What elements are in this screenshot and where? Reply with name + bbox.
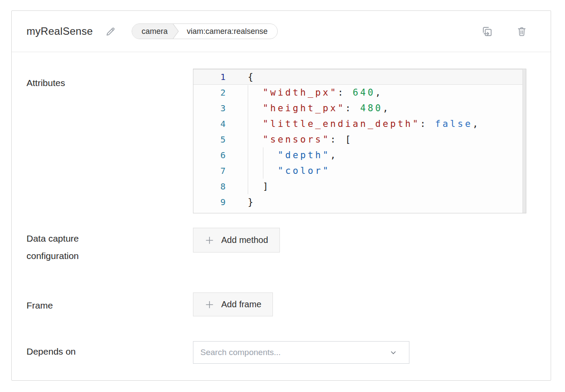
line-number: 3 bbox=[193, 100, 226, 116]
code-line[interactable]: 3 "height_px": 480, bbox=[193, 100, 526, 116]
code-text: ] bbox=[226, 179, 526, 194]
delete-button[interactable] bbox=[515, 25, 528, 38]
trash-icon bbox=[516, 26, 527, 37]
add-frame-label: Add frame bbox=[221, 299, 261, 309]
breadcrumb: camera viam:camera:realsense bbox=[132, 23, 278, 39]
line-number: 1 bbox=[193, 70, 226, 84]
line-number: 7 bbox=[193, 163, 226, 179]
code-text: "height_px": 480, bbox=[226, 100, 526, 116]
duplicate-icon bbox=[481, 26, 493, 37]
breadcrumb-model: viam:camera:realsense bbox=[179, 24, 277, 39]
rename-button[interactable] bbox=[104, 25, 117, 38]
editor-scrollbar[interactable] bbox=[522, 69, 526, 213]
line-number: 5 bbox=[193, 132, 226, 147]
plus-icon bbox=[205, 300, 214, 309]
code-line[interactable]: 1{ bbox=[193, 69, 526, 85]
attributes-code[interactable]: 1{2 "width_px": 640,3 "height_px": 480,4… bbox=[193, 69, 526, 210]
code-text: "sensors": [ bbox=[226, 132, 526, 147]
code-text: { bbox=[226, 70, 526, 84]
add-method-label: Add method bbox=[221, 235, 268, 245]
code-text: } bbox=[226, 194, 526, 210]
code-text: "width_px": 640, bbox=[226, 85, 526, 100]
code-text: "color" bbox=[226, 163, 526, 179]
code-line[interactable]: 6 "depth", bbox=[193, 147, 526, 163]
depends-on-label: Depends on bbox=[27, 343, 76, 360]
search-components-input[interactable] bbox=[200, 348, 389, 357]
depends-on-select[interactable] bbox=[193, 341, 409, 364]
component-header: myRealSense camera viam:camera:realsense bbox=[12, 11, 551, 52]
code-text: "little_endian_depth": false, bbox=[226, 116, 526, 132]
frame-label: Frame bbox=[27, 297, 53, 314]
line-number: 4 bbox=[193, 116, 226, 132]
edit-pencil-icon bbox=[105, 26, 116, 37]
code-line[interactable]: 5 "sensors": [ bbox=[193, 132, 526, 147]
component-name: myRealSense bbox=[27, 25, 93, 37]
add-frame-button[interactable]: Add frame bbox=[193, 292, 273, 316]
plus-icon bbox=[205, 236, 214, 245]
component-config-card: myRealSense camera viam:camera:realsense bbox=[11, 10, 551, 381]
code-line[interactable]: 4 "little_endian_depth": false, bbox=[193, 116, 526, 132]
code-text: "depth", bbox=[226, 147, 526, 163]
line-number: 9 bbox=[193, 194, 226, 210]
duplicate-button[interactable] bbox=[480, 25, 494, 38]
breadcrumb-type: camera bbox=[132, 24, 179, 39]
line-number: 2 bbox=[193, 85, 226, 100]
code-line[interactable]: 2 "width_px": 640, bbox=[193, 85, 526, 100]
code-line[interactable]: 7 "color" bbox=[193, 163, 526, 179]
chevron-down-icon bbox=[389, 348, 398, 357]
code-line[interactable]: 8 ] bbox=[193, 179, 526, 194]
attributes-label: Attributes bbox=[27, 74, 65, 92]
data-capture-label: Data capture configuration bbox=[27, 230, 133, 265]
attributes-json-editor[interactable]: 1{2 "width_px": 640,3 "height_px": 480,4… bbox=[193, 69, 526, 213]
line-number: 8 bbox=[193, 179, 226, 194]
code-line[interactable]: 9} bbox=[193, 194, 526, 210]
indent-guide bbox=[248, 85, 248, 194]
line-number: 6 bbox=[193, 147, 226, 163]
indent-guide bbox=[263, 147, 263, 179]
add-method-button[interactable]: Add method bbox=[193, 228, 280, 252]
